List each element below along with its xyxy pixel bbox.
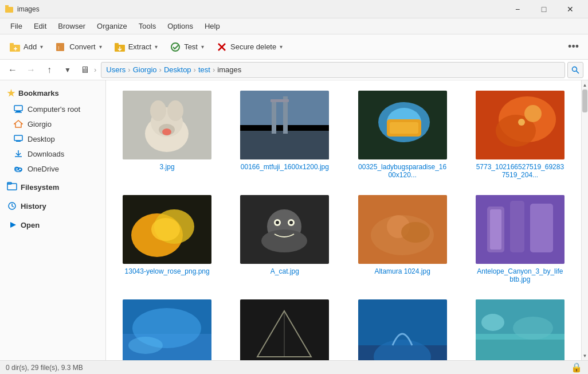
file-name: A_cat.jpg — [271, 267, 299, 275]
minimize-button[interactable]: − — [504, 0, 531, 18]
filesystem-section: Filesystem — [0, 178, 105, 196]
svg-point-15 — [573, 67, 577, 71]
scrollbar[interactable]: ▲ ▼ — [581, 80, 588, 360]
secure-delete-dropdown-arrow[interactable]: ▾ — [280, 44, 283, 50]
sidebar-item-desktop[interactable]: Desktop — [0, 131, 105, 146]
cloud-icon — [14, 164, 23, 173]
menu-tools[interactable]: Tools — [133, 20, 162, 33]
extract-label: Extract — [128, 42, 151, 51]
home-icon — [14, 119, 23, 128]
download-icon — [14, 149, 23, 158]
search-icon — [571, 66, 579, 74]
svg-rect-89 — [476, 340, 565, 360]
convert-dropdown-arrow[interactable]: ▾ — [99, 44, 102, 50]
file-item[interactable]: 00325_ladybugsparadise_1600x120... — [348, 87, 457, 182]
extract-dropdown-arrow[interactable]: ▾ — [155, 44, 158, 50]
scroll-down-button[interactable]: ▼ — [582, 351, 589, 360]
history-label: History — [21, 202, 46, 211]
svg-line-16 — [577, 71, 579, 73]
file-item[interactable]: 13043-yelow_rose_png.png — [113, 192, 221, 287]
back-button[interactable]: ← — [5, 62, 21, 78]
maximize-button[interactable]: □ — [531, 0, 557, 18]
menu-options[interactable]: Options — [162, 20, 199, 33]
sidebar-header-open[interactable]: Open — [0, 217, 105, 233]
open-icon — [7, 220, 17, 231]
file-thumbnail — [123, 91, 211, 159]
scroll-thumb[interactable] — [582, 89, 587, 112]
file-item[interactable]: Antelope_Canyon_3_by_lifebtb.jpg — [466, 192, 574, 287]
test-button[interactable]: Test ▾ — [165, 37, 209, 57]
sidebar-item-giorgio[interactable]: Giorgio — [0, 116, 105, 131]
file-item[interactable]: 00166_mtfuji_1600x1200.jpg — [230, 87, 339, 182]
breadcrumb-test[interactable]: test — [198, 65, 210, 74]
open-label: Open — [21, 221, 40, 229]
file-thumbnail — [240, 195, 329, 264]
breadcrumb-giorgio[interactable]: Giorgio — [133, 65, 157, 74]
svg-point-12 — [171, 43, 179, 51]
delete-icon — [217, 41, 228, 53]
bookmarks-section: ★ Bookmarks Computer's root Giorgio Des — [0, 85, 105, 176]
close-button[interactable]: ✕ — [557, 0, 583, 18]
test-dropdown-arrow[interactable]: ▾ — [201, 44, 204, 50]
file-item[interactable]: 3.jpg — [113, 87, 221, 182]
svg-rect-3 — [10, 45, 20, 52]
convert-button[interactable]: ↕ Convert ▾ — [50, 37, 107, 57]
extract-button[interactable]: Extract ▾ — [109, 37, 163, 57]
up-button[interactable]: ↑ — [41, 62, 57, 78]
scroll-up-button[interactable]: ▲ — [582, 80, 589, 89]
file-name: 13043-yelow_rose_png.png — [125, 267, 210, 275]
svg-point-87 — [481, 314, 504, 331]
file-thumbnail — [240, 91, 329, 159]
breadcrumb-dropdown-button[interactable]: ▼ — [60, 62, 76, 78]
add-button[interactable]: Add ▾ — [5, 37, 48, 57]
sidebar-header-bookmarks[interactable]: ★ Bookmarks — [0, 85, 105, 102]
file-item[interactable] — [230, 296, 339, 360]
breadcrumb-users[interactable]: Users — [106, 65, 126, 74]
file-item[interactable] — [466, 296, 574, 360]
sidebar-item-downloads[interactable]: Downloads — [0, 146, 105, 161]
sidebar-header-filesystem[interactable]: Filesystem — [0, 178, 105, 196]
sidebar-item-onedrive[interactable]: OneDrive — [0, 161, 105, 176]
svg-text:↕: ↕ — [57, 45, 60, 50]
star-icon: ★ — [7, 88, 15, 99]
svg-rect-41 — [240, 131, 329, 159]
more-button[interactable]: ••• — [563, 38, 583, 55]
sidebar-item-computer-root[interactable]: Computer's root — [0, 102, 105, 116]
menu-edit[interactable]: Edit — [28, 20, 52, 33]
svg-point-38 — [162, 128, 171, 135]
file-name: 00166_mtfuji_1600x1200.jpg — [241, 163, 329, 171]
add-dropdown-arrow[interactable]: ▾ — [40, 44, 43, 50]
menu-file[interactable]: File — [5, 20, 28, 33]
forward-button[interactable]: → — [23, 62, 39, 78]
svg-point-78 — [128, 337, 163, 354]
svg-rect-2 — [5, 5, 9, 7]
desktop-label: Desktop — [28, 135, 55, 143]
file-item[interactable]: Altamura 1024.jpg — [348, 192, 457, 287]
menu-organize[interactable]: Organize — [91, 20, 133, 33]
breadcrumb: Users › Giorgio › Desktop › test › image… — [101, 62, 565, 78]
svg-rect-4 — [10, 43, 14, 45]
search-button[interactable] — [567, 62, 583, 78]
svg-rect-72 — [510, 201, 524, 252]
file-item[interactable] — [348, 296, 457, 360]
secure-delete-button[interactable]: Secure delete ▾ — [211, 37, 288, 57]
window-title: images — [17, 5, 504, 13]
menu-browser[interactable]: Browser — [52, 20, 91, 33]
file-thumbnail — [123, 299, 211, 360]
test-label: Test — [184, 42, 198, 51]
file-item[interactable]: A_cat.jpg — [230, 192, 339, 287]
file-thumbnail — [358, 299, 447, 360]
file-grid: 3.jpg 00166_mtfuji_1600x1200.jpg — [113, 87, 574, 360]
svg-point-53 — [524, 105, 542, 122]
file-item[interactable]: 5773_102166527519_692837519_204... — [466, 87, 574, 182]
computer-root-label: Computer's root — [28, 105, 80, 114]
svg-point-69 — [401, 222, 430, 243]
file-item[interactable] — [113, 296, 221, 360]
menu-help[interactable]: Help — [199, 20, 226, 33]
folder-add-icon — [10, 41, 21, 53]
svg-rect-44 — [271, 99, 289, 102]
file-name: Altamura 1024.jpg — [374, 267, 430, 275]
breadcrumb-desktop[interactable]: Desktop — [164, 65, 191, 74]
sidebar-header-history[interactable]: History — [0, 198, 105, 215]
svg-marker-31 — [10, 222, 16, 228]
